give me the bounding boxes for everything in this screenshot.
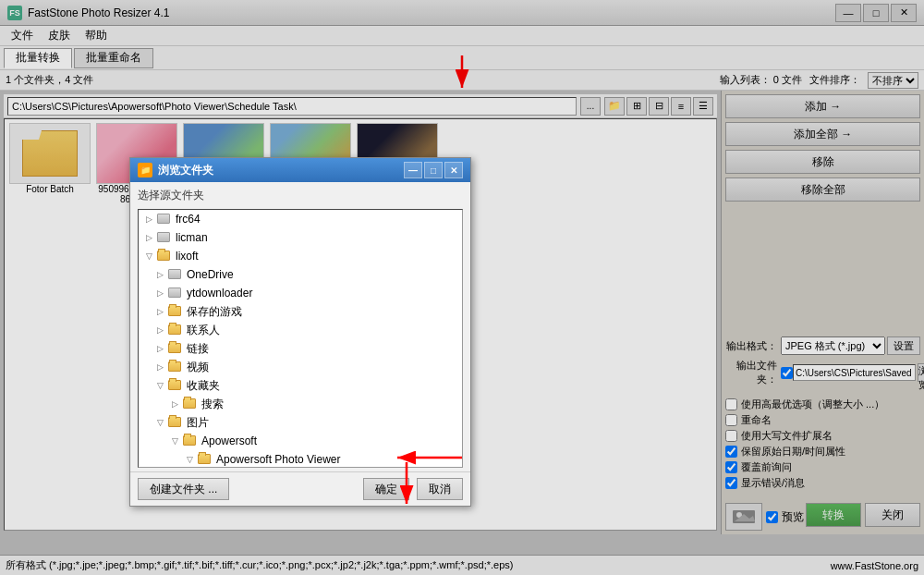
tree-expand-licman: ▷ [142, 231, 155, 244]
tree-expand-ytdownloader: ▷ [153, 287, 166, 300]
tree-expand-videos: ▷ [153, 361, 166, 373]
dialog-title-buttons: — □ ✕ [404, 162, 463, 178]
folder-icon-links [168, 343, 183, 354]
tree-label-apowersoft: Apowersoft [201, 434, 257, 447]
tree-label-frc64: frc64 [176, 213, 201, 226]
folder-icon-apowersoft [183, 435, 198, 447]
folder-icon-search [183, 398, 198, 410]
folder-icon-videos [168, 361, 183, 373]
tree-label-onedrive: OneDrive [187, 268, 234, 281]
tree-label-videos: 视频 [187, 360, 209, 375]
dialog-confirm-button[interactable]: 确定 [363, 478, 409, 500]
tree-item-apowersoft[interactable]: ▽ Apowersoft [139, 432, 462, 450]
tree-expand-apowersoft: ▽ [168, 434, 181, 447]
tree-label-photo-viewer: Apowersoft Photo Viewer [216, 453, 341, 466]
tree-item-favorites[interactable]: ▽ 收藏夹 [139, 376, 462, 395]
dialog-buttons: 创建文件夹 ... 确定 取消 [130, 471, 470, 506]
folder-icon-saved-games [168, 306, 183, 317]
tree-label-contacts: 联系人 [187, 323, 220, 338]
tree-item-photo-viewer[interactable]: ▽ Apowersoft Photo Viewer [139, 450, 462, 468]
tree-item-onedrive[interactable]: ▷ OneDrive [139, 265, 462, 284]
folder-icon-contacts [168, 324, 183, 336]
tree-expand-search: ▷ [168, 398, 181, 410]
tree-expand-frc64: ▷ [142, 213, 155, 226]
tree-label-search: 搜索 [201, 397, 224, 412]
tree-item-search[interactable]: ▷ 搜索 [139, 395, 462, 413]
tree-expand-onedrive: ▷ [153, 268, 166, 281]
dialog-title-text: 浏览文件夹 [158, 163, 404, 178]
folder-icon-pictures [168, 417, 183, 428]
folder-icon-frc64 [157, 214, 172, 225]
folder-icon-photo-viewer [198, 454, 213, 465]
dialog-maximize-button[interactable]: □ [424, 162, 443, 178]
dialog-cancel-button[interactable]: 取消 [417, 478, 463, 500]
dialog-minimize-button[interactable]: — [404, 162, 422, 178]
folder-icon-licman [157, 232, 172, 243]
dialog-title-icon: 📁 [138, 163, 152, 177]
dialog-source-label: 选择源文件夹 [130, 182, 470, 205]
tree-expand-saved-games: ▷ [153, 305, 166, 318]
tree-item-videos[interactable]: ▷ 视频 [139, 358, 462, 376]
tree-item-ytdownloader[interactable]: ▷ ytdownloader [139, 284, 462, 302]
tree-expand-lixoft: ▽ [142, 250, 155, 263]
tree-label-ytdownloader: ytdownloader [187, 287, 252, 300]
folder-icon-ytdownloader [168, 288, 183, 299]
dialog-close-button[interactable]: ✕ [444, 162, 463, 178]
tree-label-pictures: 图片 [187, 415, 209, 431]
tree-label-licman: licman [176, 231, 208, 244]
dialog-title-bar: 📁 浏览文件夹 — □ ✕ [130, 158, 470, 182]
tree-label-links: 链接 [187, 341, 209, 357]
tree-item-lixoft[interactable]: ▽ lixoft [139, 247, 462, 265]
tree-expand-favorites: ▽ [153, 379, 166, 392]
folder-icon-favorites [168, 380, 183, 391]
tree-expand-pictures: ▽ [153, 416, 166, 429]
tree-expand-photo-viewer: ▽ [183, 453, 196, 466]
tree-item-licman[interactable]: ▷ licman [139, 228, 462, 247]
tree-label-lixoft: lixoft [176, 250, 199, 263]
tree-label-favorites: 收藏夹 [187, 378, 220, 394]
tree-expand-links: ▷ [153, 342, 166, 355]
tree-label-saved-games: 保存的游戏 [187, 304, 242, 320]
folder-icon-lixoft [157, 251, 172, 262]
folder-icon-onedrive [168, 269, 183, 280]
tree-item-frc64[interactable]: ▷ frc64 [139, 210, 462, 228]
browse-folder-dialog: 📁 浏览文件夹 — □ ✕ 选择源文件夹 ▷ frc64 ▷ licman ▽ … [129, 157, 471, 507]
dialog-confirm-cancel: 确定 取消 [363, 478, 463, 500]
tree-item-contacts[interactable]: ▷ 联系人 [139, 321, 462, 339]
tree-item-pictures[interactable]: ▽ 图片 [139, 413, 462, 432]
create-folder-button[interactable]: 创建文件夹 ... [138, 478, 229, 500]
folder-tree[interactable]: ▷ frc64 ▷ licman ▽ lixoft ▷ OneDrive ▷ y… [138, 209, 463, 468]
tree-item-links[interactable]: ▷ 链接 [139, 339, 462, 358]
tree-item-saved-games[interactable]: ▷ 保存的游戏 [139, 302, 462, 321]
tree-expand-contacts: ▷ [153, 324, 166, 336]
